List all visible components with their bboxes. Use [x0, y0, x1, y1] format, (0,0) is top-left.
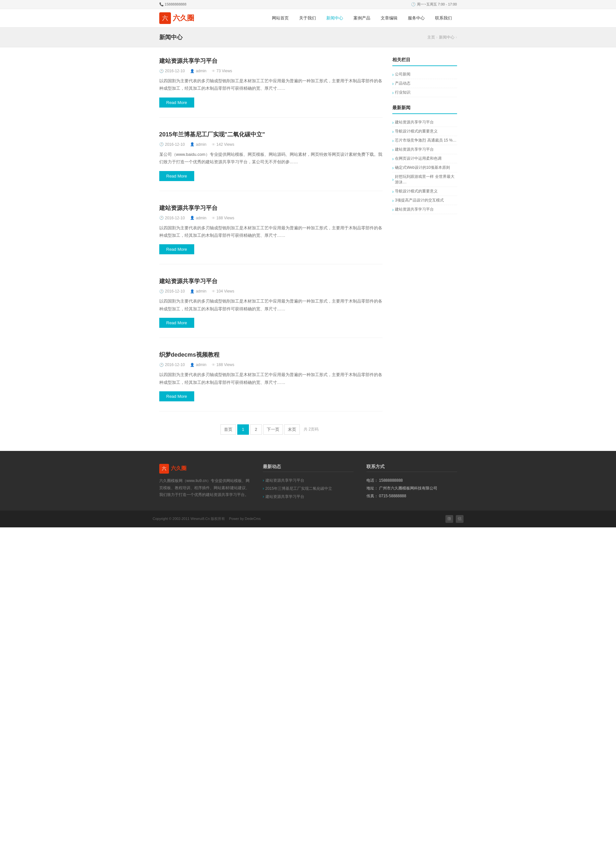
article-title[interactable]: 建站资源共享学习平台 — [159, 204, 383, 212]
read-more-button[interactable]: Read More — [159, 171, 194, 181]
banner: 新闻中心 主页 › 新闻中心 › — [0, 28, 616, 47]
article-excerpt: 以四国割为主要代表的多刃轴成型铣削加工是木材加工工艺中应用最为普遍的一种加工形式… — [159, 77, 383, 92]
article-excerpt: 某公司（www.baidu.com）专业提供网站模板、网页模板、网站源码、网站素… — [159, 151, 383, 166]
header: 六 六久圈 网站首页 关于我们 新闻中心 案例产品 文章编辑 服务中心 联系我们 — [0, 9, 616, 28]
pagination-first[interactable]: 首页 — [220, 424, 236, 435]
calendar-icon: 🕐 — [159, 216, 164, 220]
main-container: 建站资源共享学习平台 🕐 2016-12-10 👤 admin 👁 73 Vie… — [153, 47, 464, 451]
list-item[interactable]: 导航设计模式的重要意义 — [392, 127, 457, 136]
list-item[interactable]: 建站资源共享学习平台 — [263, 476, 354, 485]
list-item[interactable]: 导航设计模式的重要意义 — [392, 187, 457, 196]
article-title[interactable]: 建站资源共享学习平台 — [159, 277, 383, 285]
article-author: 👤 admin — [190, 142, 206, 147]
article-date: 🕐 2016-12-10 — [159, 142, 185, 147]
nav-item-cases[interactable]: 案例产品 — [348, 13, 376, 24]
weibo-icon[interactable]: 微 — [445, 515, 453, 523]
clock-icon: 🕐 — [411, 2, 416, 6]
nav: 网站首页 关于我们 新闻中心 案例产品 文章编辑 服务中心 联系我们 — [267, 13, 457, 24]
list-item[interactable]: 在网页设计中运用柔和色调 — [392, 154, 457, 163]
nav-item-articles[interactable]: 文章编辑 — [376, 13, 403, 24]
footer-about: 六 六久圈 六久圈模板网（www.liu9.cn）专业提供网站模板、网页模板、教… — [159, 464, 250, 501]
list-item[interactable]: 好想玩到跟游戏里一样 全世界最大游泳… — [392, 172, 457, 187]
footer-logo: 六 六久圈 — [159, 464, 250, 474]
article-excerpt: 以四国割为主要代表的多刃轴成型铣削加工是木材加工工艺中应用最为普遍的一种加工形式… — [159, 297, 383, 313]
read-more-button[interactable]: Read More — [159, 318, 194, 328]
article-title[interactable]: 织梦dedecms视频教程 — [159, 351, 383, 359]
pagination-last[interactable]: 末页 — [284, 424, 300, 435]
nav-item-service[interactable]: 服务中心 — [403, 13, 430, 24]
footer-logo-icon: 六 — [159, 464, 169, 474]
breadcrumb: 主页 › 新闻中心 › — [427, 35, 457, 40]
article-card: 建站资源共享学习平台 🕐 2016-12-10 👤 admin 👁 104 Vi… — [159, 277, 383, 338]
pagination-info: 共 2页码 — [301, 427, 321, 432]
list-item[interactable]: 建站资源共享学习平台 — [392, 205, 457, 214]
article-meta: 🕐 2016-12-10 👤 admin 👁 73 Views — [159, 69, 383, 73]
footer-company: 地址： 广州市六久圈模板网科技有限公司 — [366, 484, 457, 492]
article-card: 建站资源共享学习平台 🕐 2016-12-10 👤 admin 👁 73 Vie… — [159, 57, 383, 118]
footer-latest-heading: 最新动态 — [263, 464, 354, 472]
article-date: 🕐 2016-12-10 — [159, 289, 185, 293]
list-item[interactable]: 建站资源共享学习平台 — [392, 118, 457, 127]
article-title[interactable]: 建站资源共享学习平台 — [159, 57, 383, 65]
nav-item-news[interactable]: 新闻中心 — [321, 13, 348, 24]
page-title: 新闻中心 — [159, 33, 182, 41]
topbar-time: 🕐 周一~五周五 7:00 - 17:00 — [411, 2, 457, 7]
article-views: 👁 104 Views — [212, 289, 234, 293]
article-views: 👁 188 Views — [212, 216, 234, 220]
nav-item-contact[interactable]: 联系我们 — [430, 13, 457, 24]
footer-description: 六久圈模板网（www.liu9.cn）专业提供网站模板、网页模板、教程培训、程序… — [159, 477, 250, 498]
article-author: 👤 admin — [190, 362, 206, 367]
nav-item-about[interactable]: 关于我们 — [294, 13, 321, 24]
read-more-button[interactable]: Read More — [159, 98, 194, 107]
footer-bottom: Copyright © 2002-2011 Wewrui8.Cn 版权所有 Po… — [0, 511, 616, 527]
article-date: 🕐 2016-12-10 — [159, 69, 185, 73]
pagination: 首页 1 2 下一页 末页 共 2页码 — [159, 424, 383, 435]
breadcrumb-current: 新闻中心 — [439, 35, 454, 40]
user-icon: 👤 — [190, 216, 195, 220]
list-item[interactable]: 建站资源共享学习平台 — [392, 145, 457, 154]
pagination-page-1[interactable]: 1 — [237, 424, 249, 435]
footer-fax: 传真： 0715-58888888 — [366, 492, 457, 500]
sidebar-related: 相关栏目 公司新闻 产品动态 行业知识 — [392, 57, 457, 97]
breadcrumb-sep2: › — [456, 35, 457, 39]
logo-text: 六久圈 — [173, 13, 194, 23]
article-meta: 🕐 2016-12-10 👤 admin 👁 142 Views — [159, 142, 383, 147]
article-author: 👤 admin — [190, 289, 206, 293]
user-icon: 👤 — [190, 289, 195, 293]
footer: 六 六久圈 六久圈模板网（www.liu9.cn）专业提供网站模板、网页模板、教… — [0, 451, 616, 527]
pagination-next[interactable]: 下一页 — [263, 424, 283, 435]
sidebar-related-list: 公司新闻 产品动态 行业知识 — [392, 70, 457, 97]
topbar-phone: 📞 15888888888 — [159, 2, 187, 6]
breadcrumb-home[interactable]: 主页 — [427, 35, 435, 40]
article-card: 2015年兰博基尼工厂实现"二氧化碳中立" 🕐 2016-12-10 👤 adm… — [159, 131, 383, 191]
article-excerpt: 以四国割为主要代表的多刃轴成型铣削加工是木材加工工艺中应用最为普遍的一种加工形式… — [159, 371, 383, 386]
article-views: 👁 73 Views — [212, 69, 232, 73]
calendar-icon: 🕐 — [159, 142, 164, 147]
sidebar: 相关栏目 公司新闻 产品动态 行业知识 最新新闻 建站资源共享学习平台 导航设计… — [392, 57, 457, 441]
read-more-button[interactable]: Read More — [159, 244, 194, 254]
articles-content: 建站资源共享学习平台 🕐 2016-12-10 👤 admin 👁 73 Vie… — [159, 57, 383, 441]
list-item[interactable]: 公司新闻 — [392, 70, 457, 79]
article-meta: 🕐 2016-12-10 👤 admin 👁 188 Views — [159, 216, 383, 220]
sidebar-latest-list: 建站资源共享学习平台 导航设计模式的重要意义 芯片市场竞争激烈 高通裁员 15 … — [392, 118, 457, 214]
list-item[interactable]: 行业知识 — [392, 88, 457, 97]
footer-contact-heading: 联系方式 — [366, 464, 457, 472]
article-date: 🕐 2016-12-10 — [159, 216, 185, 220]
list-item[interactable]: 确定式Web设计的10项基本原则 — [392, 163, 457, 172]
pagination-page-2[interactable]: 2 — [250, 424, 262, 435]
list-item[interactable]: 3项提高产品设计的交互模式 — [392, 196, 457, 205]
footer-social: 微 信 — [445, 515, 464, 523]
list-item[interactable]: 2015年三博基尼工厂实现二氧化碳中立 — [263, 485, 354, 493]
nav-item-home[interactable]: 网站首页 — [267, 13, 294, 24]
list-item[interactable]: 建站资源共享学习平台 — [263, 493, 354, 501]
logo[interactable]: 六 六久圈 — [159, 12, 194, 24]
article-title[interactable]: 2015年兰博基尼工厂实现"二氧化碳中立" — [159, 131, 383, 138]
list-item[interactable]: 芯片市场竞争激烈 高通裁员 15 %… — [392, 136, 457, 145]
article-author: 👤 admin — [190, 216, 206, 220]
list-item[interactable]: 产品动态 — [392, 79, 457, 88]
article-card: 织梦dedecms视频教程 🕐 2016-12-10 👤 admin 👁 188… — [159, 351, 383, 411]
article-views: 👁 142 Views — [212, 142, 234, 147]
article-meta: 🕐 2016-12-10 👤 admin 👁 188 Views — [159, 362, 383, 367]
wechat-icon[interactable]: 信 — [456, 515, 464, 523]
read-more-button[interactable]: Read More — [159, 391, 194, 401]
